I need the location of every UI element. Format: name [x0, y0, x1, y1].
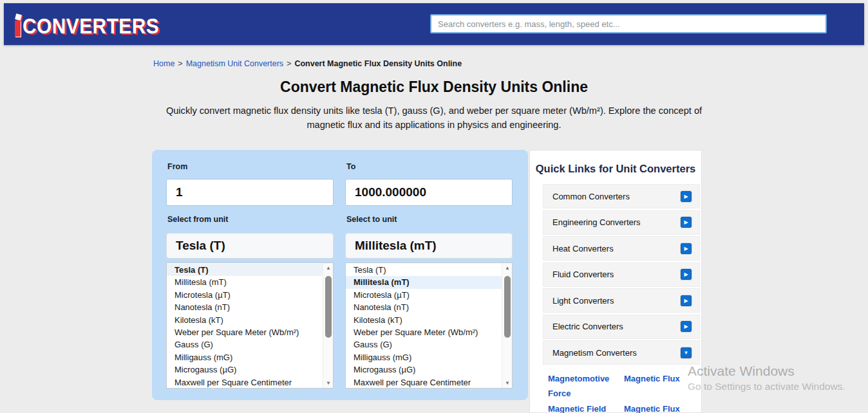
select-from-label: Select from unit — [167, 215, 228, 224]
unit-option[interactable]: Kilotesla (kT) — [167, 314, 323, 326]
unit-option[interactable]: Gauss (G) — [346, 338, 502, 351]
expand-arrow-icon[interactable]: ▶ — [681, 321, 692, 332]
magnetism-link[interactable]: Magnetic Field Strength — [548, 401, 624, 413]
unit-option[interactable]: Microtesla (µT) — [346, 289, 502, 301]
sidebar-category[interactable]: Heat Converters ▶ — [543, 236, 700, 261]
to-value-input[interactable] — [345, 179, 513, 206]
breadcrumb-separator: > — [178, 59, 182, 68]
header: CONVERTERS — [4, 3, 864, 45]
expand-arrow-icon[interactable]: ▼ — [681, 347, 692, 358]
sidebar-category-label: Heat Converters — [552, 244, 614, 253]
page-title: Convert Magnetic Flux Density Units Onli… — [0, 78, 868, 96]
sidebar-items: Common Converters ▶ Engineering Converte… — [543, 184, 700, 367]
scrollbar-thumb[interactable] — [504, 276, 511, 338]
unit-option[interactable]: Gauss (G) — [167, 338, 323, 351]
unit-option[interactable]: Milligauss (mG) — [167, 351, 323, 363]
scroll-down-icon[interactable]: ▼ — [502, 378, 513, 388]
from-list-scrollbar[interactable]: ▲ ▼ — [323, 263, 333, 388]
unit-option[interactable]: Weber per Square Meter (Wb/m²) — [346, 326, 502, 338]
breadcrumb: Home>Magnetism Unit Converters>Convert M… — [153, 59, 462, 68]
expand-arrow-icon[interactable]: ▶ — [681, 243, 692, 254]
sidebar-category[interactable]: Electric Converters ▶ — [543, 315, 700, 339]
unit-option[interactable]: Weber per Square Meter (Wb/m²) — [167, 326, 323, 338]
sidebar-category[interactable]: Light Converters ▶ — [543, 288, 700, 313]
search-input[interactable] — [430, 14, 827, 33]
expand-arrow-icon[interactable]: ▶ — [681, 295, 692, 306]
scroll-up-icon[interactable]: ▲ — [323, 263, 334, 273]
page-description: Quickly convert magnetic flux density un… — [157, 104, 711, 132]
unit-option[interactable]: Microgauss (µG) — [346, 363, 502, 376]
watermark-line2: Go to Settings to activate Windows. — [688, 380, 845, 394]
unit-option[interactable]: Tesla (T) — [346, 264, 502, 276]
expand-arrow-icon[interactable]: ▶ — [681, 217, 692, 228]
sidebar-category-label: Fluid Converters — [552, 270, 614, 279]
unit-option[interactable]: Kilotesla (kT) — [346, 314, 502, 326]
logo-text: CONVERTERS — [23, 14, 159, 37]
select-to-label: Select to unit — [346, 215, 397, 224]
to-list-scrollbar[interactable]: ▲ ▼ — [502, 263, 512, 388]
sidebar-category-label: Common Converters — [552, 192, 630, 201]
sidebar-category-label: Magnetism Converters — [552, 348, 637, 358]
unit-option[interactable]: Nanotesla (nT) — [167, 301, 323, 313]
magnetism-link[interactable]: Magnetomotive Force — [548, 371, 624, 401]
to-unit-list: Tesla (T) Millitesla (mT) Microtesla (µT… — [345, 262, 513, 389]
from-column: From Select from unit Tesla (T) Tesla (T… — [166, 150, 334, 400]
sidebar-category[interactable]: Engineering Converters ▶ — [543, 210, 700, 235]
sidebar-category-label: Electric Converters — [552, 322, 623, 331]
breadcrumb-separator: > — [287, 59, 291, 68]
unit-option[interactable]: Millitesla (mT) — [167, 276, 323, 288]
scroll-down-icon[interactable]: ▼ — [323, 378, 334, 388]
unit-option[interactable]: Nanotesla (nT) — [346, 301, 502, 313]
unit-option[interactable]: Microgauss (µG) — [167, 363, 323, 376]
sidebar-category[interactable]: Magnetism Converters ▼ — [543, 340, 700, 365]
expand-arrow-icon[interactable]: ▶ — [681, 269, 692, 280]
sidebar-category-label: Light Converters — [552, 296, 614, 306]
unit-option[interactable]: Maxwell per Square Centimeter — [346, 376, 502, 389]
from-unit-list: Tesla (T) Millitesla (mT) Microtesla (µT… — [166, 262, 334, 389]
brand-logo[interactable]: CONVERTERS — [14, 12, 178, 37]
converter-panel: From Select from unit Tesla (T) Tesla (T… — [152, 150, 528, 400]
to-unit-options: Tesla (T) Millitesla (mT) Microtesla (µT… — [346, 264, 502, 388]
unit-option[interactable]: Millitesla (mT) — [346, 276, 502, 288]
sidebar-category[interactable]: Common Converters ▶ — [543, 184, 700, 208]
magnetism-link[interactable]: Magnetic Flux — [624, 371, 699, 401]
from-label: From — [167, 162, 187, 171]
breadcrumb-current: Convert Magnetic Flux Density Units Onli… — [294, 59, 462, 68]
sidebar-category-label: Engineering Converters — [552, 217, 641, 227]
magnetism-links: Magnetomotive Force Magnetic Flux Magnet… — [548, 371, 699, 413]
quick-links-sidebar: Quick Links for Unit Converters Common C… — [529, 150, 702, 413]
breadcrumb-home-link[interactable]: Home — [153, 59, 175, 68]
magnetism-link[interactable]: Magnetic Flux Density — [624, 401, 699, 413]
breadcrumb-category-link[interactable]: Magnetism Unit Converters — [186, 59, 283, 68]
to-label: To — [346, 162, 355, 171]
unit-option[interactable]: Maxwell per Square Centimeter — [167, 376, 323, 389]
sidebar-title: Quick Links for Unit Converters — [530, 163, 701, 175]
page: CONVERTERS Home>Magnetism Unit Converter… — [0, 0, 868, 413]
from-unit-display[interactable]: Tesla (T) — [166, 233, 334, 259]
to-unit-display[interactable]: Millitesla (mT) — [345, 233, 513, 259]
unit-option[interactable]: Milligauss (mG) — [346, 351, 502, 363]
activate-windows-watermark: Activate Windows Go to Settings to activ… — [688, 363, 845, 394]
from-value-input[interactable] — [166, 179, 334, 206]
unit-option[interactable]: Microtesla (µT) — [167, 289, 323, 301]
logo-i-icon — [14, 14, 23, 37]
scrollbar-thumb[interactable] — [325, 276, 332, 338]
sidebar-category[interactable]: Fluid Converters ▶ — [543, 262, 700, 287]
scroll-up-icon[interactable]: ▲ — [502, 263, 513, 273]
to-column: To Select to unit Millitesla (mT) Tesla … — [345, 150, 513, 400]
expand-arrow-icon[interactable]: ▶ — [681, 191, 692, 202]
unit-option[interactable]: Tesla (T) — [167, 264, 323, 276]
from-unit-options: Tesla (T) Millitesla (mT) Microtesla (µT… — [167, 264, 323, 388]
watermark-line1: Activate Windows — [688, 363, 845, 380]
